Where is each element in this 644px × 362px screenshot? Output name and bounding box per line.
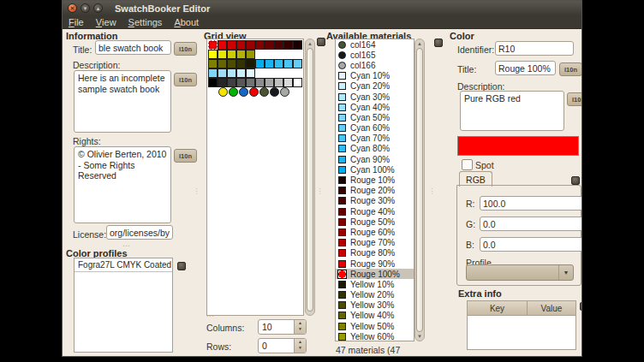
channel-value-input[interactable]	[480, 196, 582, 211]
swatch-cell[interactable]	[227, 59, 236, 68]
swatch-cell[interactable]	[208, 50, 218, 59]
swatch-cell[interactable]	[259, 87, 269, 97]
spot-checkbox[interactable]	[462, 159, 473, 170]
swatch-cell[interactable]	[236, 59, 246, 68]
material-item[interactable]: Cyan 60%	[336, 123, 414, 134]
materials-list[interactable]: col164col165col166Cyan 10%Cyan 20%Cyan 3…	[335, 39, 414, 341]
swatch-cell[interactable]	[280, 87, 289, 97]
swatch-cell[interactable]	[270, 87, 279, 97]
swatch-cell[interactable]	[246, 59, 255, 68]
swatch-cell[interactable]	[265, 59, 274, 68]
pane-splitter-handle[interactable]: ⋯	[319, 187, 321, 194]
swatch-cell[interactable]	[246, 78, 255, 87]
swatch-cell[interactable]	[274, 40, 283, 50]
material-item[interactable]: col164	[336, 39, 414, 50]
swatch-cell[interactable]	[246, 50, 255, 59]
material-item[interactable]: Cyan 40%	[336, 102, 414, 112]
scroll-up-icon[interactable]: ▲	[415, 41, 424, 46]
material-item[interactable]: Yellow 60%	[336, 331, 414, 341]
spin-arrows-icon[interactable]: ▲▼	[294, 320, 306, 334]
rights-input[interactable]: © Olivier Berten, 2010 - Some Rights Res…	[74, 146, 171, 223]
swatch-grid[interactable]	[206, 39, 304, 316]
minimize-button[interactable]: ▾	[80, 3, 90, 13]
menu-settings[interactable]: Settings	[122, 15, 169, 28]
swatch-cell[interactable]	[218, 40, 227, 50]
license-input[interactable]	[106, 225, 173, 240]
close-button[interactable]: ✕	[68, 3, 77, 13]
grid-menu-icon[interactable]	[317, 38, 325, 46]
swatch-cell[interactable]	[283, 78, 293, 87]
material-item[interactable]: Cyan 80%	[336, 144, 414, 154]
material-item[interactable]: Cyan 20%	[336, 81, 414, 92]
menu-file[interactable]: File	[63, 15, 90, 28]
material-item-selected[interactable]: Rouge 100%	[336, 269, 414, 279]
book-description-input[interactable]: Here is an incomplete sample swatch book	[74, 70, 171, 133]
swatch-cell[interactable]	[208, 59, 218, 68]
color-title-input[interactable]	[495, 61, 556, 75]
color-profile-item[interactable]: Fogra27L CMYK Coated Pr...	[75, 258, 172, 272]
swatch-cell[interactable]	[274, 78, 283, 87]
swatch-cell[interactable]	[218, 78, 227, 87]
color-description-input[interactable]: Pure RGB red	[460, 91, 564, 131]
swatch-cell[interactable]	[236, 50, 246, 59]
material-item[interactable]: Rouge 50%	[336, 217, 414, 227]
material-item[interactable]: col166	[336, 60, 414, 70]
swatch-cell[interactable]	[208, 78, 218, 87]
swatch-cell[interactable]	[293, 78, 302, 87]
extra-info-table[interactable]: Key Value	[467, 300, 576, 350]
material-item[interactable]: Yellow 40%	[336, 311, 414, 321]
channel-value-input[interactable]	[480, 217, 582, 231]
grid-scrollbar[interactable]: ▲	[305, 39, 315, 316]
swatch-cell[interactable]	[246, 68, 255, 78]
scroll-up-icon[interactable]: ▲	[306, 41, 314, 46]
scroll-down-icon[interactable]: ▼	[415, 334, 424, 339]
swatch-cell[interactable]	[246, 40, 255, 50]
rows-spinbox[interactable]: 0 ▲▼	[258, 338, 307, 353]
key-column-header[interactable]: Key	[468, 301, 528, 315]
swatch-cell-selected[interactable]	[208, 40, 218, 50]
swatch-cell[interactable]	[283, 40, 293, 50]
swatch-cell[interactable]	[218, 50, 227, 59]
swatch-cell[interactable]	[236, 78, 246, 87]
material-item[interactable]: Rouge 20%	[336, 186, 414, 196]
swatch-cell[interactable]	[218, 87, 228, 97]
description-l10n-button[interactable]: l10n	[174, 73, 197, 86]
color-title-l10n-button[interactable]: l10n	[559, 62, 582, 76]
swatch-cell[interactable]	[265, 40, 274, 50]
profile-dropdown[interactable]: ▼	[466, 264, 574, 281]
swatch-cell[interactable]	[236, 68, 246, 78]
material-item[interactable]: Yellow 10%	[336, 279, 414, 289]
value-column-header[interactable]: Value	[528, 301, 575, 315]
swatch-cell[interactable]	[293, 59, 302, 68]
spin-arrows-icon[interactable]: ▲▼	[294, 339, 306, 353]
swatch-cell[interactable]	[218, 68, 227, 78]
swatch-cell[interactable]	[274, 59, 283, 68]
swatch-cell[interactable]	[239, 87, 248, 97]
columns-spinbox[interactable]: 10 ▲▼	[258, 319, 307, 335]
material-item[interactable]: Cyan 90%	[336, 154, 414, 164]
pane-splitter-handle[interactable]: ⋯	[206, 312, 214, 320]
identifier-input[interactable]	[495, 41, 574, 56]
swatch-cell[interactable]	[283, 59, 293, 68]
material-item[interactable]: Cyan 10%	[336, 71, 414, 81]
menu-view[interactable]: View	[90, 15, 122, 28]
material-item[interactable]: Yellow 20%	[336, 290, 414, 300]
swatch-cell[interactable]	[227, 68, 236, 78]
swatch-cell[interactable]	[265, 78, 274, 87]
material-item[interactable]: Cyan 100%	[336, 164, 414, 175]
color-profiles-list[interactable]: Fogra27L CMYK Coated Pr...	[74, 258, 173, 353]
grid-scrollbar-thumb[interactable]	[307, 48, 313, 312]
swatch-cell[interactable]	[218, 59, 227, 68]
channel-value-input[interactable]	[480, 237, 582, 252]
material-item[interactable]: Rouge 90%	[336, 258, 414, 269]
material-item[interactable]: Rouge 10%	[336, 175, 414, 185]
swatch-cell[interactable]	[227, 50, 236, 59]
material-item[interactable]: Cyan 50%	[336, 112, 414, 122]
swatch-cell[interactable]	[255, 40, 265, 50]
swatch-cell[interactable]	[227, 78, 236, 87]
material-item[interactable]: Rouge 40%	[336, 206, 414, 217]
material-item[interactable]: Rouge 70%	[336, 238, 414, 248]
extra-info-menu-icon[interactable]	[580, 302, 582, 311]
material-item[interactable]: Cyan 30%	[336, 92, 414, 102]
material-item[interactable]: Rouge 80%	[336, 248, 414, 258]
